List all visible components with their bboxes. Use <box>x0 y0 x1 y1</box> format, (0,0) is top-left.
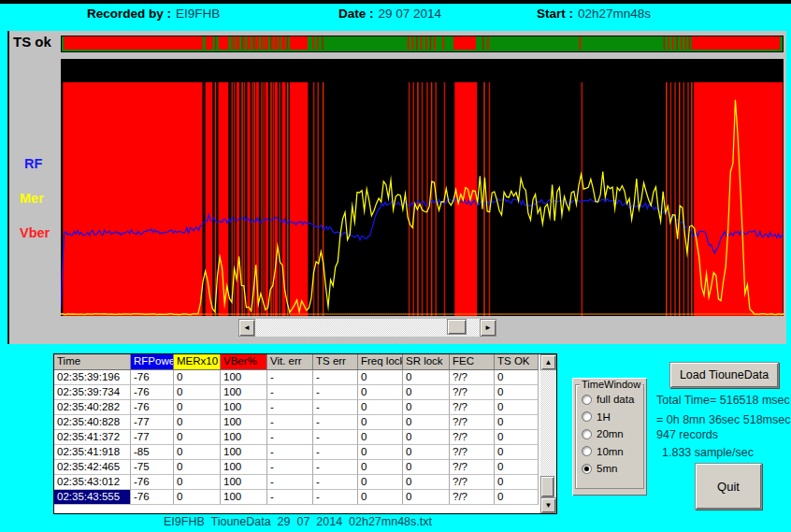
radio-icon[interactable] <box>582 446 592 456</box>
table-row[interactable]: 02:35:43:012-760100--00?/?0 <box>54 475 540 490</box>
table-cell[interactable]: ?/? <box>450 370 495 385</box>
table-cell[interactable]: - <box>267 415 313 430</box>
table-vertical-scrollbar[interactable]: ▲ ▼ <box>540 354 556 513</box>
table-row[interactable]: 02:35:42:465-750100--00?/?0 <box>54 460 540 475</box>
table-cell[interactable]: 02:35:43:555 <box>54 490 131 505</box>
table-cell[interactable]: -76 <box>131 475 174 490</box>
table-cell[interactable]: 100 <box>221 430 267 445</box>
table-cell[interactable]: 0 <box>403 490 450 505</box>
table-cell[interactable]: ?/? <box>450 460 495 475</box>
table-cell[interactable]: -76 <box>131 400 174 415</box>
vscroll-thumb[interactable] <box>540 476 554 497</box>
table-cell[interactable]: 0 <box>495 445 539 460</box>
table-cell[interactable]: 0 <box>495 400 539 415</box>
table-cell[interactable]: - <box>313 415 358 430</box>
table-cell[interactable]: 0 <box>495 415 539 430</box>
table-cell[interactable]: 0 <box>174 415 221 430</box>
table-cell[interactable]: 0 <box>403 400 450 415</box>
table-cell[interactable]: 02:35:40:828 <box>54 415 131 430</box>
table-cell[interactable]: 02:35:40:282 <box>54 400 131 415</box>
table-cell[interactable]: 0 <box>174 370 221 385</box>
table-row[interactable]: 02:35:39:196-760100--00?/?0 <box>54 370 540 385</box>
table-cell[interactable]: - <box>313 475 358 490</box>
quit-button[interactable]: Quit <box>695 463 762 510</box>
table-cell[interactable]: - <box>267 400 313 415</box>
load-tiounedata-button[interactable]: Load TiouneData <box>669 362 779 388</box>
table-cell[interactable]: 02:35:41:372 <box>54 430 131 445</box>
table-cell[interactable]: - <box>267 490 313 505</box>
chart-horizontal-scrollbar[interactable]: ◄ ► <box>238 319 496 337</box>
table-cell[interactable]: - <box>267 385 313 400</box>
table-cell[interactable]: - <box>313 445 358 460</box>
table-cell[interactable]: - <box>313 430 358 445</box>
table-cell[interactable]: 02:35:41:918 <box>54 445 131 460</box>
radio-icon[interactable] <box>582 411 592 422</box>
table-cell[interactable]: 100 <box>221 475 267 490</box>
table-cell[interactable]: 0 <box>358 490 403 505</box>
table-cell[interactable]: 0 <box>174 460 221 475</box>
table-cell[interactable]: 0 <box>174 445 221 460</box>
table-cell[interactable]: 0 <box>495 490 539 505</box>
table-cell[interactable]: 0 <box>358 460 403 475</box>
scroll-up-button[interactable]: ▲ <box>540 354 556 370</box>
vscroll-track[interactable] <box>540 370 556 497</box>
time-window-option-20mn[interactable]: 20mn <box>582 425 643 443</box>
table-cell[interactable]: - <box>267 475 313 490</box>
table-cell[interactable]: 100 <box>221 385 267 400</box>
table-cell[interactable]: 0 <box>403 430 450 445</box>
table-cell[interactable]: ?/? <box>450 430 495 445</box>
table-cell[interactable]: 0 <box>174 385 221 400</box>
table-cell[interactable]: ?/? <box>450 475 495 490</box>
table-cell[interactable]: 0 <box>358 400 403 415</box>
time-window-option-1H[interactable]: 1H <box>582 409 643 426</box>
table-cell[interactable]: ?/? <box>450 400 495 415</box>
table-cell[interactable]: -76 <box>131 370 174 385</box>
table-cell[interactable]: - <box>313 370 358 385</box>
scroll-down-button[interactable]: ▼ <box>540 497 556 513</box>
table-cell[interactable]: 0 <box>403 385 450 400</box>
table-cell[interactable]: 100 <box>221 490 267 505</box>
table-cell[interactable]: 100 <box>221 400 267 415</box>
table-cell[interactable]: 0 <box>358 430 403 445</box>
table-cell[interactable]: 0 <box>403 445 450 460</box>
table-cell[interactable]: -77 <box>131 415 174 430</box>
time-window-option-10mn[interactable]: 10mn <box>582 443 643 461</box>
scroll-right-button[interactable]: ► <box>480 319 496 337</box>
table-cell[interactable]: - <box>313 490 358 505</box>
hscroll-track[interactable] <box>255 319 480 337</box>
table-cell[interactable]: 100 <box>221 370 267 385</box>
table-cell[interactable]: ?/? <box>450 490 495 505</box>
table-cell[interactable]: 100 <box>221 415 267 430</box>
table-cell[interactable]: ?/? <box>450 445 495 460</box>
table-cell[interactable]: 0 <box>495 430 539 445</box>
radio-icon[interactable] <box>582 395 592 405</box>
table-cell[interactable]: 100 <box>221 460 267 475</box>
table-cell[interactable]: - <box>267 430 313 445</box>
table-cell[interactable]: -75 <box>131 460 174 475</box>
table-cell[interactable]: - <box>313 400 358 415</box>
table-cell[interactable]: 02:35:39:196 <box>54 370 131 385</box>
table-cell[interactable]: 02:35:42:465 <box>54 460 131 475</box>
table-cell[interactable]: 100 <box>221 445 267 460</box>
table-cell[interactable]: 0 <box>403 370 450 385</box>
table-row[interactable]: 02:35:41:372-770100--00?/?0 <box>54 430 540 445</box>
scroll-left-button[interactable]: ◄ <box>238 319 255 337</box>
radio-icon[interactable] <box>582 464 592 474</box>
table-row[interactable]: 02:35:41:918-850100--00?/?0 <box>54 445 540 460</box>
table-cell[interactable]: 0 <box>403 415 450 430</box>
table-cell[interactable]: - <box>313 460 358 475</box>
table-row[interactable]: 02:35:39:734-760100--00?/?0 <box>54 385 540 400</box>
table-cell[interactable]: 0 <box>174 490 221 505</box>
table-cell[interactable]: ?/? <box>450 385 495 400</box>
hscroll-thumb[interactable] <box>447 319 467 335</box>
table-cell[interactable]: -76 <box>131 490 174 505</box>
time-window-option-5mn[interactable]: 5mn <box>582 460 643 478</box>
table-cell[interactable]: 0 <box>495 385 539 400</box>
table-cell[interactable]: 0 <box>495 475 539 490</box>
table-cell[interactable]: 0 <box>174 430 221 445</box>
table-cell[interactable]: 0 <box>495 460 539 475</box>
radio-icon[interactable] <box>582 429 592 439</box>
table-cell[interactable]: - <box>313 385 358 400</box>
table-cell[interactable]: - <box>267 370 313 385</box>
table-row[interactable]: 02:35:40:282-760100--00?/?0 <box>54 400 540 415</box>
